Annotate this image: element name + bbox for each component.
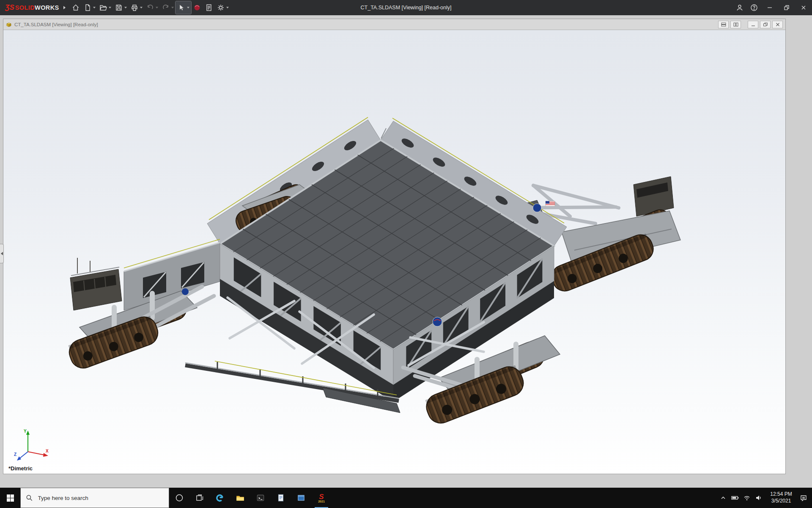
gear-icon [217,3,225,12]
close-button[interactable] [795,0,812,15]
redo-icon [162,3,170,12]
crawler-transporter-model [3,30,785,474]
app-file-explorer[interactable] [230,488,250,508]
media-app-icon [296,493,306,502]
open-folder-icon [99,3,107,12]
undo-button[interactable] [144,1,160,14]
action-center-button[interactable] [798,488,809,508]
app-solidworks[interactable]: S 2021 [311,488,332,508]
document-window: CT_TA.SLDASM [Viewing] [Read-only] [3,19,786,474]
dropdown-caret[interactable] [140,7,143,8]
action-center-icon [800,494,807,501]
app-titlebar: ƷS SOLID WORKS CT_TA. [0,0,812,15]
chevron-left-icon [1,252,3,255]
new-document-button[interactable] [82,1,97,14]
select-tool-button[interactable] [176,1,191,14]
print-button[interactable] [129,1,144,14]
doc-restore-icon [763,22,768,27]
triad-z-label: Z [14,452,16,457]
solidworks-version-badge: 2021 [318,500,325,503]
task-view-icon [195,494,204,502]
account-button[interactable] [732,0,747,15]
document-app-icon [276,493,285,502]
volume-status[interactable] [753,488,765,508]
home-icon [71,3,80,12]
edge-icon [215,493,225,502]
wifi-icon [743,494,751,501]
new-document-icon [83,3,92,12]
view-orientation-label: *Dimetric [8,465,33,472]
featuremanager-collapse-handle[interactable] [0,244,4,263]
taskbar-search[interactable] [20,488,169,508]
minimize-button[interactable] [761,0,778,15]
tile-horizontal-icon [721,22,726,27]
tile-horizontal-button[interactable] [718,21,729,28]
open-button[interactable] [97,1,113,14]
select-cursor-icon [177,3,186,12]
windows-logo-icon [7,494,14,502]
app-document[interactable] [271,488,291,508]
restore-icon [783,4,790,11]
help-icon [750,3,758,12]
3d-viewport[interactable]: Y X Z *Dimetric [3,30,785,474]
dropdown-caret[interactable] [124,7,127,8]
speaker-icon [755,494,763,501]
triad-y-label: Y [24,429,27,433]
tile-vertical-button[interactable] [730,21,741,28]
file-properties-icon [205,3,213,12]
operator-cab [70,258,122,310]
ds-logo-glyph: ƷS [5,3,14,12]
undo-icon [146,3,154,12]
redo-button[interactable] [160,1,176,14]
minimize-icon [766,4,774,11]
dropdown-caret[interactable] [93,7,96,8]
dropdown-caret[interactable] [171,7,174,8]
print-icon [130,3,139,12]
account-icon [735,3,744,12]
doc-close-button[interactable] [772,21,783,28]
save-button[interactable] [113,1,129,14]
dropdown-caret[interactable] [226,7,229,8]
document-title: CT_TA.SLDASM [Viewing] [Read-only] [14,22,718,27]
file-explorer-icon [236,493,245,502]
hidden-icons-button[interactable] [717,488,729,508]
chevron-up-icon [720,494,727,501]
doc-minimize-icon [751,22,756,27]
task-view-button[interactable] [189,488,210,508]
network-status[interactable] [741,488,753,508]
file-properties-button[interactable] [203,1,215,14]
solidworks-app-icon: S 2021 [318,493,325,503]
options-button[interactable] [215,1,230,14]
windows-taskbar: S 2021 12:54 PM 3/5/2021 [0,488,812,508]
doc-restore-button[interactable] [760,21,771,28]
3dexperience-icon [193,3,201,12]
orientation-triad[interactable]: Y X Z [14,427,50,464]
battery-status[interactable] [729,488,741,508]
close-icon [800,4,807,11]
document-titlebar[interactable]: CT_TA.SLDASM [Viewing] [Read-only] [3,19,785,30]
app-media[interactable] [291,488,311,508]
help-button[interactable] [747,0,761,15]
terminal-icon [256,493,265,502]
clock-time: 12:54 PM [766,491,796,498]
app-edge[interactable] [210,488,230,508]
menu-expand-arrow[interactable] [63,6,66,9]
triad-x-label: X [46,449,49,453]
search-input[interactable] [37,494,164,502]
cortana-button[interactable] [169,488,189,508]
doc-minimize-button[interactable] [748,21,758,28]
search-icon [26,494,33,502]
dropdown-caret[interactable] [187,7,189,8]
dropdown-caret[interactable] [156,7,158,8]
restore-button[interactable] [778,0,795,15]
home-button[interactable] [70,1,82,14]
mdi-client-area: CT_TA.SLDASM [Viewing] [Read-only] [0,15,812,488]
app-terminal[interactable] [250,488,271,508]
us-flag-decal [546,201,555,206]
dropdown-caret[interactable] [109,7,111,8]
taskbar-clock[interactable]: 12:54 PM 3/5/2021 [765,491,798,504]
assembly-doc-icon [6,22,12,28]
3dexperience-button[interactable] [191,1,203,14]
start-button[interactable] [0,488,20,508]
battery-icon [731,494,739,501]
